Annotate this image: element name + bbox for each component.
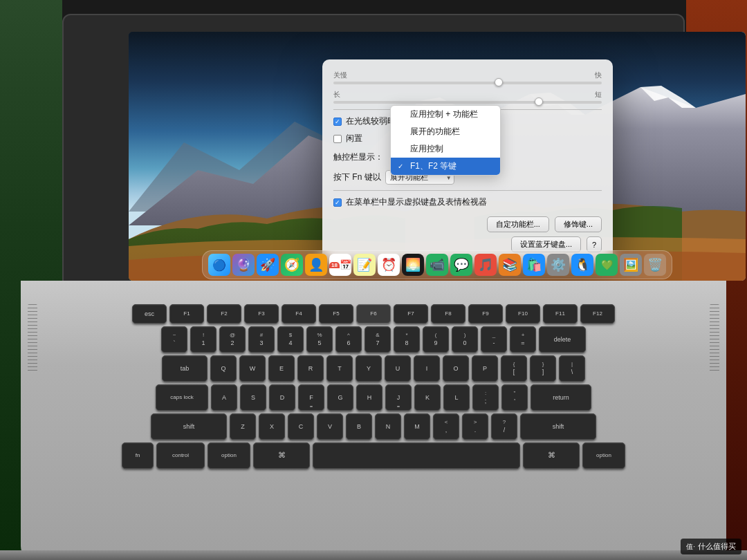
delay-slider-thumb[interactable] bbox=[535, 97, 543, 106]
key-backtick[interactable]: ~` bbox=[161, 326, 187, 353]
key-j[interactable]: J bbox=[385, 384, 412, 411]
key-shift-right[interactable]: shift bbox=[520, 413, 596, 440]
key-command-left[interactable]: ⌘ bbox=[253, 442, 310, 469]
key-a[interactable]: A bbox=[211, 384, 237, 411]
key-e[interactable]: E bbox=[268, 355, 295, 382]
key-f8[interactable]: F8 bbox=[431, 304, 465, 324]
key-shift-left[interactable]: shift bbox=[151, 413, 227, 440]
key-i[interactable]: I bbox=[414, 355, 440, 382]
key-minus[interactable]: _- bbox=[481, 326, 507, 353]
key-return[interactable]: return bbox=[531, 384, 591, 411]
key-backslash[interactable]: |\ bbox=[559, 355, 585, 382]
key-capslock[interactable]: caps lock bbox=[156, 384, 208, 411]
delay-slider[interactable] bbox=[333, 101, 602, 104]
key-q[interactable]: Q bbox=[210, 355, 237, 382]
key-l[interactable]: L bbox=[443, 384, 470, 411]
dock-notes[interactable]: 📝 bbox=[353, 254, 376, 276]
idle-checkbox[interactable] bbox=[333, 135, 342, 143]
dock-photos[interactable]: 🌅 bbox=[402, 254, 424, 276]
dock-systemprefs[interactable]: ⚙️ bbox=[547, 254, 569, 276]
dock-appstore[interactable]: 🛍️ bbox=[523, 254, 545, 276]
key-semicolon[interactable]: :; bbox=[472, 384, 499, 411]
key-repeat-slider[interactable] bbox=[333, 82, 602, 84]
key-d[interactable]: D bbox=[269, 384, 295, 411]
key-3[interactable]: #3 bbox=[248, 326, 275, 353]
key-x[interactable]: X bbox=[259, 413, 285, 440]
key-o[interactable]: O bbox=[443, 355, 469, 382]
dropdown-option-1[interactable]: 应用控制 + 功能栏 bbox=[391, 106, 500, 123]
key-h[interactable]: H bbox=[356, 384, 382, 411]
dock-books[interactable]: 📚 bbox=[499, 254, 521, 276]
key-s[interactable]: S bbox=[240, 384, 266, 411]
key-4[interactable]: $4 bbox=[277, 326, 304, 353]
key-f1[interactable]: F1 bbox=[169, 304, 204, 324]
key-w[interactable]: W bbox=[239, 355, 266, 382]
key-f3[interactable]: F3 bbox=[244, 304, 279, 324]
key-t[interactable]: T bbox=[326, 355, 353, 382]
key-option-left[interactable]: option bbox=[208, 442, 250, 469]
key-n[interactable]: N bbox=[375, 413, 401, 440]
key-comma[interactable]: <, bbox=[433, 413, 459, 440]
dock-trash[interactable]: 🗑️ bbox=[644, 254, 666, 276]
dock-facetime[interactable]: 📹 bbox=[426, 254, 448, 276]
key-period[interactable]: >. bbox=[462, 413, 488, 440]
touchbar-dropdown-container[interactable]: F1、F2 等键 ▼ 应用控制 + 功能栏 展开的功能栏 bbox=[390, 150, 459, 165]
key-f12[interactable]: F12 bbox=[580, 304, 615, 324]
dock-contacts[interactable]: 👤 bbox=[305, 254, 327, 276]
customize-toolbar-button[interactable]: 自定功能栏... bbox=[487, 216, 549, 232]
key-0[interactable]: )0 bbox=[452, 326, 478, 353]
key-6[interactable]: ^6 bbox=[335, 326, 362, 353]
dock-reminders[interactable]: ⏰ bbox=[378, 254, 400, 276]
key-m[interactable]: M bbox=[404, 413, 430, 440]
dropdown-option-2[interactable]: 展开的功能栏 bbox=[391, 123, 500, 140]
key-esc[interactable]: esc bbox=[132, 304, 167, 324]
keyboard-brightness-checkbox[interactable]: ✓ bbox=[333, 118, 342, 126]
key-9[interactable]: (9 bbox=[423, 326, 449, 353]
dock-launchpad[interactable]: 🚀 bbox=[257, 254, 279, 276]
key-5[interactable]: %5 bbox=[306, 326, 333, 353]
dock-wechat[interactable]: 💚 bbox=[596, 254, 618, 276]
dropdown-option-4[interactable]: ✓ F1、F2 等键 bbox=[391, 158, 500, 175]
key-2[interactable]: @2 bbox=[219, 326, 246, 353]
key-lbracket[interactable]: {[ bbox=[501, 355, 527, 382]
key-equals[interactable]: += bbox=[510, 326, 536, 353]
key-command-right[interactable]: ⌘ bbox=[523, 442, 580, 469]
key-y[interactable]: Y bbox=[356, 355, 382, 382]
key-f2[interactable]: F2 bbox=[207, 304, 241, 324]
key-f7[interactable]: F7 bbox=[394, 304, 428, 324]
key-f4[interactable]: F4 bbox=[282, 304, 316, 324]
dock-safari[interactable]: 🧭 bbox=[281, 254, 303, 276]
dock-siri[interactable]: 🔮 bbox=[232, 254, 255, 276]
dropdown-option-3[interactable]: 应用控制 bbox=[391, 140, 500, 158]
key-f[interactable]: F bbox=[298, 384, 324, 411]
key-f6[interactable]: F6 bbox=[356, 304, 391, 324]
key-slash[interactable]: ?/ bbox=[491, 413, 517, 440]
key-tab[interactable]: tab bbox=[162, 355, 208, 382]
key-z[interactable]: Z bbox=[230, 413, 256, 440]
menu-checkbox[interactable]: ✓ bbox=[333, 198, 342, 207]
key-f11[interactable]: F11 bbox=[543, 304, 578, 324]
modifier-keys-button[interactable]: 修饰键... bbox=[555, 216, 602, 232]
dock-photos2[interactable]: 🖼️ bbox=[620, 254, 642, 276]
slider-thumb[interactable] bbox=[495, 78, 503, 86]
key-quote[interactable]: "' bbox=[501, 384, 528, 411]
key-space[interactable] bbox=[313, 442, 520, 469]
key-f5[interactable]: F5 bbox=[319, 304, 353, 324]
key-8[interactable]: *8 bbox=[394, 326, 420, 353]
key-v[interactable]: V bbox=[317, 413, 343, 440]
key-delete[interactable]: delete bbox=[539, 326, 586, 353]
key-u[interactable]: U bbox=[385, 355, 411, 382]
key-control[interactable]: control bbox=[156, 442, 205, 469]
key-option-right[interactable]: option bbox=[582, 442, 625, 469]
dock-qq[interactable]: 🐧 bbox=[571, 254, 593, 276]
key-f10[interactable]: F10 bbox=[506, 304, 540, 324]
dock-music[interactable]: 🎵 bbox=[474, 254, 497, 276]
key-f9[interactable]: F9 bbox=[468, 304, 503, 324]
key-1[interactable]: !1 bbox=[190, 326, 216, 353]
key-g[interactable]: G bbox=[327, 384, 353, 411]
key-k[interactable]: K bbox=[414, 384, 441, 411]
key-7[interactable]: &7 bbox=[365, 326, 391, 353]
key-b[interactable]: B bbox=[346, 413, 372, 440]
dock-finder[interactable]: 🔵 bbox=[208, 254, 230, 276]
key-r[interactable]: R bbox=[297, 355, 324, 382]
